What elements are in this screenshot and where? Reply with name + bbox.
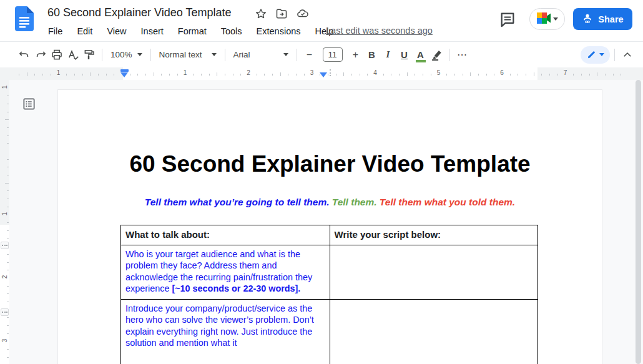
show-document-outline-icon[interactable] (22, 97, 36, 111)
vertical-scrollbar[interactable] (636, 80, 641, 364)
text-color-button[interactable]: A (413, 46, 429, 64)
chevron-down-icon (137, 53, 142, 56)
highlight-color-icon[interactable] (429, 46, 445, 64)
decrease-font-size-button[interactable]: − (302, 46, 318, 64)
doc-subtitle: Tell them what you’re going to tell them… (58, 196, 602, 209)
document-title[interactable]: 60 Second Explainer Video Template (47, 6, 232, 19)
text-color-letter: A (417, 49, 424, 60)
redo-icon[interactable] (32, 46, 49, 64)
title-actions (255, 7, 310, 20)
hide-menus-icon[interactable] (619, 46, 636, 64)
paragraph-style-select[interactable]: Normal text (155, 46, 220, 64)
toolbar-divider (102, 49, 102, 61)
menu-bar: File Edit View Insert Format Tools Exten… (48, 24, 333, 39)
last-edit-link[interactable]: Last edit was seconds ago (326, 26, 433, 36)
document-canvas: 1123 60 Second Explainer Video Template … (0, 80, 643, 364)
more-toolbar-options-button[interactable]: ⋯ (454, 46, 471, 64)
script-cell[interactable] (330, 300, 539, 364)
toolbar-divider (225, 49, 225, 61)
doc-heading: 60 Second Explainer Video Template (58, 150, 602, 179)
script-table: What to talk about: Write your script be… (120, 225, 538, 364)
menu-view[interactable]: View (107, 26, 126, 36)
table-row-grip[interactable] (1, 242, 9, 249)
chevron-down-icon (553, 17, 558, 21)
menu-format[interactable]: Format (178, 26, 207, 36)
vertical-ruler[interactable]: 1123 (0, 80, 9, 364)
undo-icon[interactable] (16, 46, 32, 64)
header-cell-what-to-talk-about[interactable]: What to talk about: (121, 225, 330, 245)
horizontal-ruler[interactable]: 11234567 (0, 67, 643, 80)
pencil-icon (587, 50, 596, 59)
toolbar-divider (449, 49, 450, 61)
person-link-icon (582, 12, 593, 26)
bold-button[interactable]: B (364, 46, 380, 64)
left-indent-marker[interactable] (120, 72, 128, 77)
cloud-saved-icon[interactable] (296, 7, 310, 20)
font-family-select[interactable]: Arial (230, 46, 292, 64)
right-indent-marker[interactable] (320, 72, 327, 77)
increase-font-size-button[interactable]: + (348, 46, 364, 64)
table-row: Who is your target audience and what is … (121, 245, 538, 300)
font-family-value: Arial (233, 50, 250, 59)
zoom-value: 100% (110, 50, 132, 59)
subtitle-part-blue: Tell them what you’re going to tell them… (145, 197, 330, 207)
app-header: 60 Second Explainer Video Template File … (0, 0, 643, 41)
font-size-input[interactable]: 11 (323, 47, 343, 62)
menu-file[interactable]: File (48, 26, 62, 36)
share-button-label: Share (598, 14, 623, 24)
subtitle-part-red: Tell them what you told them. (377, 197, 516, 207)
move-to-folder-icon[interactable] (275, 7, 288, 20)
menu-extensions[interactable]: Extensions (257, 26, 301, 36)
table-row: Introduce your company/product/service a… (121, 300, 538, 364)
menu-insert[interactable]: Insert (141, 26, 164, 36)
paint-format-icon[interactable] (81, 46, 97, 64)
toolbar-divider (297, 49, 297, 61)
toolbar: 100% Normal text Arial − 11 + B I U A ⋯ (0, 41, 643, 67)
underline-button[interactable]: U (396, 46, 413, 64)
current-text-color-swatch (416, 60, 426, 62)
toolbar-divider (150, 49, 151, 61)
google-docs-app: 60 Second Explainer Video Template File … (0, 0, 643, 364)
header-cell-write-your-script[interactable]: Write your script below: (330, 225, 539, 245)
menu-tools[interactable]: Tools (221, 26, 242, 36)
first-line-indent-marker[interactable] (120, 69, 129, 72)
prompt-text-bold: [~10 seconds or 22-30 words]. (172, 283, 300, 293)
menu-edit[interactable]: Edit (77, 26, 92, 36)
table-column-grip[interactable] (330, 69, 331, 76)
italic-button[interactable]: I (380, 46, 396, 64)
google-docs-logo-icon[interactable] (15, 6, 34, 31)
subtitle-part-green: Tell them. (329, 197, 376, 207)
join-call-button[interactable] (529, 8, 565, 30)
editing-mode-button[interactable] (581, 46, 610, 64)
chevron-down-icon (599, 53, 604, 56)
comments-icon[interactable] (499, 11, 516, 28)
toolbar-divider (614, 49, 615, 61)
google-meet-icon (537, 12, 551, 26)
zoom-select[interactable]: 100% (107, 46, 146, 64)
prompt-text: Introduce your company/product/service a… (125, 303, 314, 348)
spellcheck-icon[interactable] (65, 46, 81, 64)
ruler-margin-area (0, 80, 9, 225)
share-button[interactable]: Share (573, 8, 632, 30)
script-cell[interactable] (330, 245, 539, 300)
prompt-cell[interactable]: Introduce your company/product/service a… (121, 300, 330, 364)
table-header-row: What to talk about: Write your script be… (121, 225, 538, 245)
chevron-down-icon (212, 53, 217, 56)
prompt-cell[interactable]: Who is your target audience and what is … (121, 245, 330, 300)
document-page[interactable]: 60 Second Explainer Video Template Tell … (57, 89, 602, 364)
paragraph-style-value: Normal text (159, 50, 202, 59)
star-icon[interactable] (255, 7, 267, 20)
chevron-down-icon (283, 53, 288, 56)
print-icon[interactable] (49, 46, 65, 64)
table-row-grip[interactable] (1, 308, 9, 316)
